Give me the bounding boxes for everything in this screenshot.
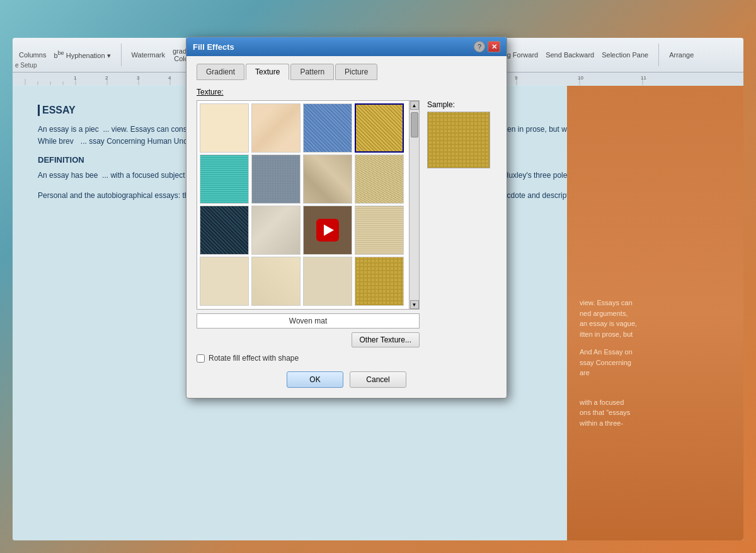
dialog-help-button[interactable]: ? — [474, 41, 485, 52]
texture-left-panel: ▲ ▼ Woven mat Other Texture... — [197, 100, 420, 363]
texture-paper-bag[interactable] — [200, 257, 249, 306]
ok-button[interactable]: OK — [287, 371, 343, 388]
toolbar-separator-4 — [658, 44, 659, 66]
checkbox-row: Rotate fill effect with shape — [197, 354, 420, 363]
svg-text:4: 4 — [168, 75, 171, 81]
texture-section-label: Texture: — [197, 88, 496, 96]
texture-fish-fossil[interactable] — [251, 257, 301, 306]
texture-sand[interactable] — [355, 154, 404, 204]
texture-brown-spot[interactable] — [303, 206, 352, 255]
sample-preview — [427, 112, 490, 168]
toolbar-hyphenation[interactable]: bbe Hyphenation ▾ — [54, 50, 110, 60]
texture-grid-container: ▲ ▼ — [197, 100, 420, 310]
rotate-fill-checkbox[interactable] — [197, 354, 205, 363]
svg-text:2: 2 — [105, 75, 108, 81]
toolbar-columns[interactable]: Columns — [19, 51, 46, 59]
texture-grid — [197, 101, 409, 309]
tab-gradient[interactable]: Gradient — [197, 64, 244, 80]
texture-granite[interactable] — [251, 154, 301, 204]
texture-parchment[interactable] — [355, 206, 404, 255]
texture-blue-tissue[interactable] — [303, 103, 352, 153]
texture-scrollbar[interactable]: ▲ ▼ — [409, 101, 419, 309]
scrollbar-thumb[interactable] — [411, 112, 418, 137]
cell-play-icon — [324, 224, 334, 236]
svg-text:3: 3 — [137, 75, 140, 81]
tab-picture[interactable]: Picture — [335, 64, 377, 80]
svg-text:10: 10 — [578, 75, 583, 81]
sample-texture-preview — [428, 112, 490, 168]
other-texture-button[interactable]: Other Texture... — [352, 332, 420, 347]
fill-effects-dialog: Fill Effects ? ✕ Gradient Texture Patter… — [186, 37, 507, 399]
svg-text:11: 11 — [641, 75, 646, 81]
dialog-body: Gradient Texture Pattern Picture Texture… — [186, 56, 507, 398]
texture-sand-paper[interactable] — [303, 257, 352, 306]
dialog-footer: OK Cancel — [197, 371, 496, 388]
sample-label: Sample: — [427, 100, 455, 109]
toolbar-separator-1 — [121, 44, 122, 66]
texture-newsprint[interactable] — [200, 103, 249, 153]
tab-pattern[interactable]: Pattern — [290, 64, 334, 80]
right-panel: view. Essays can ned arguments, an essay… — [567, 86, 743, 540]
texture-brown-marble[interactable] — [303, 154, 352, 204]
sample-area: Sample: — [427, 100, 496, 363]
e-setup-label: e Setup — [15, 62, 37, 69]
cell-video-overlay[interactable] — [304, 206, 352, 254]
texture-white-marble[interactable] — [251, 206, 301, 255]
rotate-fill-label[interactable]: Rotate fill effect with shape — [209, 354, 299, 363]
tab-bar: Gradient Texture Pattern Picture — [197, 64, 496, 80]
dialog-close-button[interactable]: ✕ — [488, 41, 500, 52]
scrollbar-up-arrow[interactable]: ▲ — [410, 101, 419, 110]
texture-papyrus[interactable] — [355, 257, 404, 306]
texture-green-marble[interactable] — [200, 206, 249, 255]
texture-content-area: ▲ ▼ Woven mat Other Texture... — [197, 100, 496, 363]
toolbar-arrange: Arrange — [669, 51, 694, 59]
cancel-button[interactable]: Cancel — [350, 371, 406, 388]
texture-stationery[interactable] — [200, 154, 249, 204]
texture-woven-mat[interactable] — [355, 103, 404, 153]
texture-name-row: Woven mat — [197, 313, 420, 329]
right-panel-text: view. Essays can ned arguments, an essay… — [580, 134, 731, 428]
svg-text:9: 9 — [515, 75, 518, 81]
tab-texture[interactable]: Texture — [246, 64, 289, 80]
other-texture-row: Other Texture... — [197, 332, 420, 347]
texture-name-display: Woven mat — [197, 313, 420, 329]
toolbar-watermark[interactable]: Watermark — [132, 51, 165, 59]
toolbar-selection-pane[interactable]: Selection Pane — [602, 51, 648, 59]
toolbar-send-backward[interactable]: Send Backward — [546, 51, 594, 59]
dialog-title: Fill Effects — [193, 42, 234, 52]
svg-text:1: 1 — [74, 75, 77, 81]
dialog-titlebar: Fill Effects ? ✕ — [186, 37, 507, 56]
dialog-controls: ? ✕ — [474, 41, 500, 52]
texture-recycled-paper[interactable] — [251, 103, 301, 153]
scrollbar-down-arrow[interactable]: ▼ — [410, 300, 419, 309]
cell-play-button[interactable] — [316, 219, 339, 242]
